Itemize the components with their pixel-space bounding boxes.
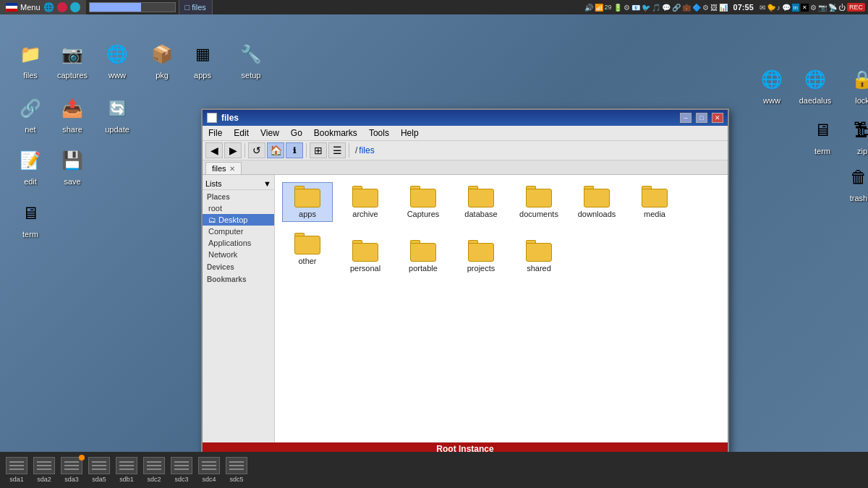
menu-help[interactable]: Help — [398, 127, 422, 140]
folder-database[interactable]: database — [456, 182, 506, 222]
menu-file[interactable]: File — [205, 127, 225, 140]
desktop-icon-zip[interactable]: 🗜 zip — [839, 116, 868, 155]
folder-portable[interactable]: portable — [398, 236, 448, 276]
drive-sda1[interactable]: sda1 — [6, 457, 27, 483]
desktop-icon-www[interactable]: 🌐 www — [94, 40, 140, 80]
drive-sda2[interactable]: sda2 — [33, 457, 55, 483]
tab-close-button[interactable]: ✕ — [229, 165, 235, 173]
taskbar-top: Menu 🌐 □ files 🔊 📶 29 🔋 ⚙ 📧 🐦 🎵 💬 🔗 💼 🔷 … — [0, 0, 868, 14]
www-label: www — [109, 71, 126, 80]
menu-tools[interactable]: Tools — [366, 127, 392, 140]
desktop-icon-net[interactable]: 🔗 net — [7, 94, 54, 134]
desktop-icon-update[interactable]: 🔄 update — [94, 94, 140, 134]
sidebar-item-applications[interactable]: Applications — [203, 237, 274, 249]
music-icon: ♪ — [777, 4, 780, 12]
folder-downloads[interactable]: downloads — [571, 182, 622, 222]
home-button[interactable]: 🏠 — [267, 142, 284, 158]
folder-documents[interactable]: documents — [514, 182, 564, 222]
sidebar-item-root[interactable]: root — [203, 202, 274, 214]
folder-shared[interactable]: shared — [514, 236, 564, 276]
folder-icon-captures — [410, 186, 436, 207]
drive-sdc4[interactable]: sdc4 — [198, 457, 220, 483]
linkedin-icon: in — [792, 4, 799, 12]
folder-other[interactable]: other — [282, 229, 333, 276]
desktop-icon-apps[interactable]: ▦ apps — [179, 40, 226, 80]
desktop-icon-trash[interactable]: 🗑 trash — [835, 163, 868, 202]
path-separator: / — [355, 145, 357, 155]
drive-sdc3[interactable]: sdc3 — [171, 457, 192, 483]
folder-label-captures: Captures — [407, 210, 440, 218]
file-manager-window: □ files – □ ✕ File Edit View Go Bookmark… — [201, 108, 729, 469]
drive-sdc2[interactable]: sdc2 — [143, 457, 165, 483]
drive-sda2-label: sda2 — [37, 476, 51, 483]
folder-icon-apps — [294, 186, 320, 207]
path-display: / files — [355, 145, 375, 155]
desktop-icon-setup[interactable]: 🔧 setup — [228, 40, 274, 80]
desktop-icon-lock[interactable]: 🔒 lock — [839, 65, 868, 105]
sidebar-section-bookmarks: Bookmarks — [203, 273, 274, 285]
desktop-icon-www-right[interactable]: 🌐 www — [749, 65, 795, 105]
folder-apps[interactable]: apps — [282, 182, 333, 222]
captures-label: captures — [57, 71, 88, 80]
apps-label: apps — [194, 71, 211, 80]
desktop-icon-edit[interactable]: 📝 edit — [7, 146, 54, 186]
folder-icon-media — [642, 186, 668, 207]
sidebar-item-desktop[interactable]: Desktop — [203, 214, 274, 226]
drive-sda3[interactable]: sda3 — [61, 457, 82, 483]
path-files-link[interactable]: files — [359, 145, 374, 155]
tab-files[interactable]: files ✕ — [205, 162, 242, 174]
www-right-label: www — [763, 96, 780, 105]
net-icon: 🔗 — [16, 94, 45, 123]
grid-view-button[interactable]: ⊞ — [310, 142, 327, 158]
drive-sda3-label: sda3 — [64, 476, 79, 483]
folder-label-archive: archive — [352, 210, 378, 218]
trash-icon: 🗑 — [844, 163, 868, 192]
folder-media[interactable]: media — [629, 182, 680, 222]
desktop-icon-save[interactable]: 💾 save — [49, 146, 95, 186]
sidebar-item-network[interactable]: Network — [203, 249, 274, 260]
menu-bookmarks[interactable]: Bookmarks — [311, 127, 360, 140]
folder-icon-shared — [526, 240, 552, 262]
files-label: files — [23, 71, 38, 80]
window-taskbar-btn[interactable]: □ files — [179, 0, 213, 14]
desktop-icon-files[interactable]: 📁 files — [7, 40, 54, 80]
desktop-icon-share[interactable]: 📤 share — [49, 94, 95, 134]
menu-edit[interactable]: Edit — [231, 127, 252, 140]
menu-go[interactable]: Go — [288, 127, 305, 140]
back-button[interactable]: ◀ — [205, 142, 223, 158]
folder-personal[interactable]: personal — [340, 236, 391, 276]
minimize-button[interactable]: – — [680, 113, 692, 123]
www-right-icon: 🌐 — [757, 65, 786, 94]
forward-button[interactable]: ▶ — [224, 142, 242, 158]
tray-icons: 29 🔋 ⚙ 📧 🐦 🎵 💬 🔗 💼 🔷 ⚙ 🖼 📊 — [605, 4, 728, 12]
menu-view[interactable]: View — [258, 127, 282, 140]
folder-label-personal: personal — [350, 264, 380, 273]
desktop-icon-term-left[interactable]: 🖥 term — [7, 199, 54, 239]
desktop-icon-pkg[interactable]: 📦 pkg — [139, 40, 185, 80]
folder-projects[interactable]: projects — [456, 236, 506, 276]
folder-archive[interactable]: archive — [340, 182, 391, 222]
folder-icon-downloads — [584, 186, 610, 207]
refresh-button[interactable]: ↺ — [248, 142, 265, 158]
file-titlebar: □ files – □ ✕ — [203, 110, 728, 126]
file-grid: apps archive Capture — [282, 182, 720, 276]
menu-button[interactable]: Menu 🌐 — [0, 0, 86, 14]
desktop-icon-captures[interactable]: 📷 captures — [49, 40, 95, 80]
sidebar-item-computer[interactable]: Computer — [203, 226, 274, 237]
close-button[interactable]: ✕ — [712, 113, 723, 123]
file-window-title: files — [221, 113, 676, 123]
drive-sdc2-box — [143, 457, 165, 474]
drive-sdb1[interactable]: sdb1 — [116, 457, 137, 483]
maximize-button[interactable]: □ — [696, 113, 707, 123]
drive-sdc5[interactable]: sdc5 — [226, 457, 247, 483]
folder-captures[interactable]: Captures — [398, 182, 448, 222]
info-button[interactable]: ℹ — [286, 142, 303, 158]
drive-sda5[interactable]: sda5 — [88, 457, 110, 483]
lock-label: lock — [855, 96, 868, 105]
sidebar-dropdown[interactable]: Lists ▼ — [203, 178, 274, 190]
desktop-icon-daedalus[interactable]: 🌐 daedalus — [792, 65, 838, 105]
list-view-button[interactable]: ☰ — [328, 142, 346, 158]
pkg-label: pkg — [156, 71, 169, 80]
apps-icon: ▦ — [188, 40, 217, 69]
trash-label: trash — [850, 194, 867, 202]
